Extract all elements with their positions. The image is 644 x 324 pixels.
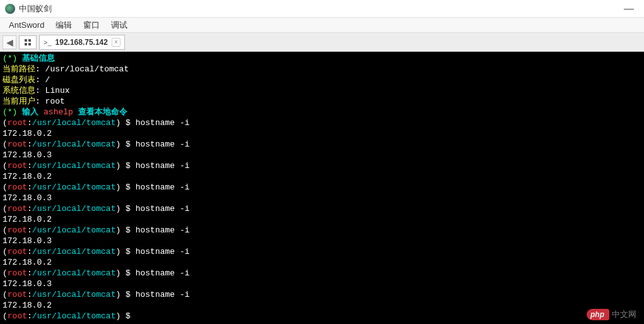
terminal-icon: >_ (44, 39, 52, 46)
tab-overview-button[interactable] (19, 35, 37, 49)
tab-nav-prev[interactable]: ◀ (3, 35, 16, 49)
tab-close-button[interactable]: × (112, 38, 120, 47)
window-titlebar: 中国蚁剑 — (0, 0, 644, 18)
tab-terminal[interactable]: >_ 192.168.75.142 × (39, 35, 125, 50)
app-icon (5, 4, 15, 14)
tab-label: 192.168.75.142 (56, 38, 108, 47)
window-minimize-button[interactable]: — (619, 3, 639, 15)
menu-debug[interactable]: 调试 (106, 18, 132, 32)
tabbar: ◀ >_ 192.168.75.142 × (0, 33, 644, 52)
grid-icon (25, 39, 31, 45)
menubar: AntSword 编辑 窗口 调试 (0, 18, 644, 33)
terminal-output[interactable]: (*) 基础信息 当前路径: /usr/local/tomcat 磁盘列表: /… (0, 52, 644, 324)
menu-window[interactable]: 窗口 (78, 18, 105, 32)
menu-antsword[interactable]: AntSword (4, 19, 49, 31)
menu-edit[interactable]: 编辑 (50, 18, 77, 32)
window-title: 中国蚁剑 (19, 3, 619, 15)
